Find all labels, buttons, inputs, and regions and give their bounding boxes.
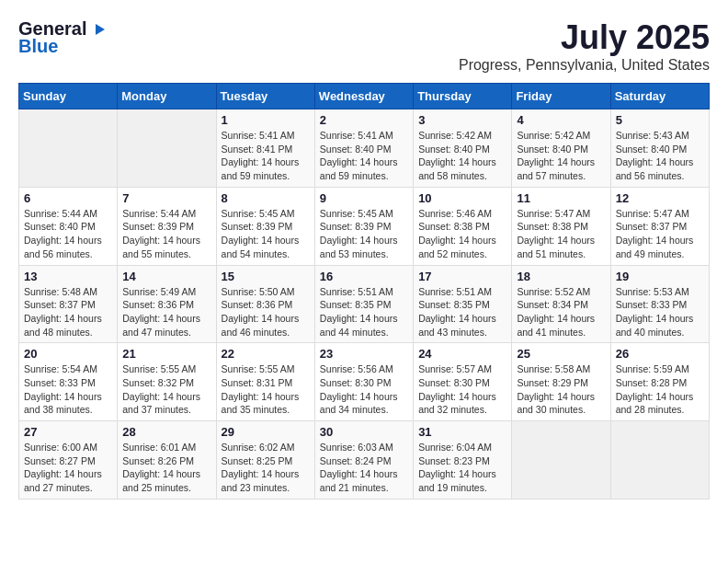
day-number: 23: [320, 347, 408, 361]
header-cell-friday: Friday: [512, 84, 610, 109]
day-number: 13: [24, 270, 112, 283]
calendar-cell: 2Sunrise: 5:41 AM Sunset: 8:40 PM Daylig…: [314, 109, 413, 188]
calendar-cell: [610, 421, 709, 500]
day-info: Sunrise: 5:54 AM Sunset: 8:33 PM Dayligh…: [24, 362, 112, 417]
calendar-table: SundayMondayTuesdayWednesdayThursdayFrid…: [18, 83, 710, 500]
day-info: Sunrise: 5:55 AM Sunset: 8:32 PM Dayligh…: [122, 362, 210, 417]
calendar-cell: 9Sunrise: 5:45 AM Sunset: 8:39 PM Daylig…: [314, 187, 413, 265]
calendar-week-1: 6Sunrise: 5:44 AM Sunset: 8:40 PM Daylig…: [19, 187, 710, 265]
day-number: 21: [122, 347, 210, 361]
day-number: 30: [320, 425, 408, 439]
svg-marker-0: [96, 24, 105, 35]
calendar-cell: 30Sunrise: 6:03 AM Sunset: 8:24 PM Dayli…: [314, 421, 413, 500]
day-info: Sunrise: 5:44 AM Sunset: 8:40 PM Dayligh…: [24, 207, 112, 261]
calendar-cell: 4Sunrise: 5:42 AM Sunset: 8:40 PM Daylig…: [512, 109, 610, 188]
day-number: 11: [517, 191, 605, 205]
calendar-cell: 13Sunrise: 5:48 AM Sunset: 8:37 PM Dayli…: [19, 265, 118, 343]
day-number: 8: [222, 191, 310, 205]
day-info: Sunrise: 5:52 AM Sunset: 8:34 PM Dayligh…: [517, 285, 605, 339]
day-number: 18: [517, 270, 605, 283]
day-number: 16: [320, 270, 408, 283]
calendar-cell: 17Sunrise: 5:51 AM Sunset: 8:35 PM Dayli…: [414, 265, 512, 343]
day-number: 6: [24, 191, 112, 205]
calendar-cell: 12Sunrise: 5:47 AM Sunset: 8:37 PM Dayli…: [610, 187, 709, 265]
day-number: 5: [616, 113, 704, 127]
logo: General Blue: [18, 18, 108, 57]
calendar-cell: 8Sunrise: 5:45 AM Sunset: 8:39 PM Daylig…: [216, 187, 314, 265]
day-info: Sunrise: 5:41 AM Sunset: 8:41 PM Dayligh…: [222, 129, 310, 183]
calendar-cell: 23Sunrise: 5:56 AM Sunset: 8:30 PM Dayli…: [314, 343, 413, 421]
day-number: 25: [517, 347, 605, 361]
day-info: Sunrise: 5:59 AM Sunset: 8:28 PM Dayligh…: [616, 362, 704, 417]
calendar-cell: 26Sunrise: 5:59 AM Sunset: 8:28 PM Dayli…: [610, 343, 709, 421]
day-info: Sunrise: 5:42 AM Sunset: 8:40 PM Dayligh…: [418, 129, 506, 183]
day-number: 14: [122, 270, 210, 283]
day-info: Sunrise: 5:55 AM Sunset: 8:31 PM Dayligh…: [222, 362, 310, 417]
day-number: 7: [122, 191, 210, 205]
day-number: 12: [616, 191, 704, 205]
calendar-cell: 19Sunrise: 5:53 AM Sunset: 8:33 PM Dayli…: [610, 265, 709, 343]
calendar-week-3: 20Sunrise: 5:54 AM Sunset: 8:33 PM Dayli…: [19, 343, 710, 421]
calendar-cell: 18Sunrise: 5:52 AM Sunset: 8:34 PM Dayli…: [512, 265, 610, 343]
day-number: 31: [418, 425, 506, 439]
day-info: Sunrise: 5:47 AM Sunset: 8:37 PM Dayligh…: [616, 207, 704, 261]
calendar-cell: 3Sunrise: 5:42 AM Sunset: 8:40 PM Daylig…: [414, 109, 512, 188]
day-info: Sunrise: 6:01 AM Sunset: 8:26 PM Dayligh…: [122, 441, 210, 495]
header-cell-saturday: Saturday: [610, 84, 709, 109]
calendar-body: 1Sunrise: 5:41 AM Sunset: 8:41 PM Daylig…: [19, 109, 710, 500]
header-cell-tuesday: Tuesday: [216, 84, 314, 109]
calendar-cell: 1Sunrise: 5:41 AM Sunset: 8:41 PM Daylig…: [216, 109, 314, 188]
day-number: 28: [122, 425, 210, 439]
day-info: Sunrise: 5:48 AM Sunset: 8:37 PM Dayligh…: [24, 285, 112, 339]
calendar-cell: 14Sunrise: 5:49 AM Sunset: 8:36 PM Dayli…: [118, 265, 216, 343]
day-number: 3: [418, 113, 506, 127]
title-area: July 2025 Progress, Pennsylvania, United…: [459, 18, 710, 74]
logo-arrow-icon: [88, 20, 107, 39]
day-info: Sunrise: 5:53 AM Sunset: 8:33 PM Dayligh…: [616, 285, 704, 339]
day-info: Sunrise: 6:02 AM Sunset: 8:25 PM Dayligh…: [222, 441, 310, 495]
day-info: Sunrise: 6:00 AM Sunset: 8:27 PM Dayligh…: [24, 441, 112, 495]
calendar-cell: 16Sunrise: 5:51 AM Sunset: 8:35 PM Dayli…: [314, 265, 413, 343]
day-info: Sunrise: 5:57 AM Sunset: 8:30 PM Dayligh…: [418, 362, 506, 417]
day-number: 4: [517, 113, 605, 127]
day-number: 17: [418, 270, 506, 283]
header-cell-wednesday: Wednesday: [314, 84, 413, 109]
day-info: Sunrise: 5:49 AM Sunset: 8:36 PM Dayligh…: [122, 285, 210, 339]
day-number: 2: [320, 113, 408, 127]
calendar-cell: [118, 109, 216, 188]
day-number: 9: [320, 191, 408, 205]
calendar-cell: 20Sunrise: 5:54 AM Sunset: 8:33 PM Dayli…: [19, 343, 118, 421]
day-number: 1: [222, 113, 310, 127]
calendar-week-0: 1Sunrise: 5:41 AM Sunset: 8:41 PM Daylig…: [19, 109, 710, 188]
header-row: SundayMondayTuesdayWednesdayThursdayFrid…: [19, 84, 710, 109]
day-number: 27: [24, 425, 112, 439]
page-header: General Blue July 2025 Progress, Pennsyl…: [18, 18, 710, 74]
header-cell-sunday: Sunday: [19, 84, 118, 109]
day-number: 22: [222, 347, 310, 361]
calendar-cell: 15Sunrise: 5:50 AM Sunset: 8:36 PM Dayli…: [216, 265, 314, 343]
calendar-cell: 21Sunrise: 5:55 AM Sunset: 8:32 PM Dayli…: [118, 343, 216, 421]
calendar-cell: 31Sunrise: 6:04 AM Sunset: 8:23 PM Dayli…: [414, 421, 512, 500]
calendar-cell: 25Sunrise: 5:58 AM Sunset: 8:29 PM Dayli…: [512, 343, 610, 421]
header-cell-thursday: Thursday: [414, 84, 512, 109]
calendar-cell: [512, 421, 610, 500]
calendar-week-2: 13Sunrise: 5:48 AM Sunset: 8:37 PM Dayli…: [19, 265, 710, 343]
day-info: Sunrise: 6:04 AM Sunset: 8:23 PM Dayligh…: [418, 441, 506, 495]
day-info: Sunrise: 6:03 AM Sunset: 8:24 PM Dayligh…: [320, 441, 408, 495]
day-info: Sunrise: 5:43 AM Sunset: 8:40 PM Dayligh…: [616, 129, 704, 183]
day-info: Sunrise: 5:50 AM Sunset: 8:36 PM Dayligh…: [222, 285, 310, 339]
calendar-cell: 24Sunrise: 5:57 AM Sunset: 8:30 PM Dayli…: [414, 343, 512, 421]
day-number: 15: [222, 270, 310, 283]
calendar-cell: 10Sunrise: 5:46 AM Sunset: 8:38 PM Dayli…: [414, 187, 512, 265]
location-title: Progress, Pennsylvania, United States: [459, 57, 710, 74]
day-info: Sunrise: 5:51 AM Sunset: 8:35 PM Dayligh…: [320, 285, 408, 339]
day-number: 20: [24, 347, 112, 361]
day-info: Sunrise: 5:44 AM Sunset: 8:39 PM Dayligh…: [122, 207, 210, 261]
day-info: Sunrise: 5:47 AM Sunset: 8:38 PM Dayligh…: [517, 207, 605, 261]
day-info: Sunrise: 5:41 AM Sunset: 8:40 PM Dayligh…: [320, 129, 408, 183]
header-cell-monday: Monday: [118, 84, 216, 109]
day-number: 24: [418, 347, 506, 361]
month-title: July 2025: [459, 18, 710, 57]
calendar-header: SundayMondayTuesdayWednesdayThursdayFrid…: [19, 84, 710, 109]
calendar-cell: [19, 109, 118, 188]
